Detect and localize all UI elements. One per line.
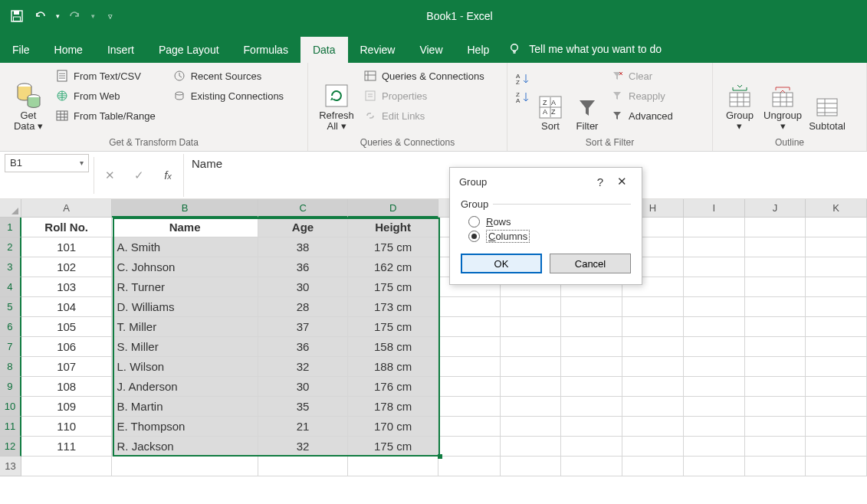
row-header-10[interactable]: 10 [0, 397, 21, 417]
selection-handle[interactable] [438, 454, 442, 459]
redo-dropdown[interactable]: ▾ [87, 5, 98, 27]
cell-d5[interactable]: 173 cm [348, 297, 438, 317]
cell-a1[interactable]: Roll No. [21, 218, 113, 237]
cell-j9[interactable] [745, 377, 806, 397]
cell-f10[interactable] [501, 397, 562, 417]
cell-g10[interactable] [561, 397, 622, 417]
cell-g8[interactable] [561, 357, 622, 377]
advanced-button[interactable]: Advanced [607, 107, 676, 124]
cell-k9[interactable] [806, 377, 867, 397]
col-header-j[interactable]: J [745, 199, 806, 218]
cell-i8[interactable] [684, 357, 745, 377]
cell-a13[interactable] [21, 457, 113, 476]
tab-home[interactable]: Home [42, 37, 95, 63]
redo-button[interactable] [64, 5, 86, 27]
row-header-6[interactable]: 6 [0, 317, 21, 337]
cell-b5[interactable]: D. Williams [112, 297, 258, 317]
cell-h6[interactable] [622, 317, 684, 337]
cell-i13[interactable] [684, 457, 745, 476]
cell-d9[interactable]: 176 cm [348, 377, 438, 397]
cell-d12[interactable]: 175 cm [348, 437, 438, 457]
cell-f6[interactable] [501, 317, 562, 337]
cell-b11[interactable]: E. Thompson [112, 417, 258, 437]
tab-insert[interactable]: Insert [95, 37, 146, 63]
cell-d13[interactable] [348, 457, 438, 476]
cell-d7[interactable]: 158 cm [348, 337, 438, 357]
cell-k12[interactable] [806, 437, 867, 457]
row-header-4[interactable]: 4 [0, 277, 21, 297]
existing-connections-button[interactable]: Existing Connections [169, 87, 287, 104]
cell-i1[interactable] [684, 218, 745, 237]
cell-c11[interactable]: 21 [258, 417, 349, 437]
cell-a6[interactable]: 105 [21, 317, 113, 337]
name-box-dropdown[interactable]: ▾ [80, 159, 84, 167]
cell-e13[interactable] [438, 457, 501, 476]
cell-h12[interactable] [622, 437, 684, 457]
cell-b3[interactable]: C. Johnson [112, 257, 258, 277]
cell-b12[interactable]: R. Jackson [112, 437, 258, 457]
cell-a2[interactable]: 101 [21, 237, 113, 257]
from-table-range-button[interactable]: From Table/Range [52, 107, 159, 124]
filter-button[interactable]: Filter [570, 67, 604, 133]
cell-f12[interactable] [501, 437, 562, 457]
col-header-d[interactable]: D [348, 199, 438, 218]
cell-g6[interactable] [561, 317, 622, 337]
row-header-7[interactable]: 7 [0, 337, 21, 357]
cell-a5[interactable]: 104 [21, 297, 113, 317]
col-header-a[interactable]: A [21, 199, 113, 218]
cell-b13[interactable] [112, 457, 258, 476]
cell-c9[interactable]: 30 [258, 377, 349, 397]
from-web-button[interactable]: From Web [52, 87, 159, 104]
tab-page-layout[interactable]: Page Layout [146, 37, 232, 63]
cell-j4[interactable] [745, 277, 806, 297]
cell-c10[interactable]: 35 [258, 397, 349, 417]
cell-b9[interactable]: J. Anderson [112, 377, 258, 397]
cell-d2[interactable]: 175 cm [348, 237, 438, 257]
recent-sources-button[interactable]: Recent Sources [169, 67, 287, 84]
cell-b8[interactable]: L. Wilson [112, 357, 258, 377]
cell-g9[interactable] [561, 377, 622, 397]
cell-j2[interactable] [745, 237, 806, 257]
row-header-9[interactable]: 9 [0, 377, 21, 397]
cell-j10[interactable] [745, 397, 806, 417]
cell-h13[interactable] [622, 457, 684, 476]
row-header-1[interactable]: 1 [0, 218, 21, 237]
cell-k3[interactable] [806, 257, 867, 277]
group-button[interactable]: Group▾ [721, 67, 759, 133]
cell-g5[interactable] [561, 297, 622, 317]
cell-e11[interactable] [438, 417, 501, 437]
sort-desc-button[interactable]: ZA [515, 90, 530, 104]
radio-rows[interactable]: Rows [468, 216, 631, 227]
cell-c7[interactable]: 36 [258, 337, 349, 357]
cell-d6[interactable]: 175 cm [348, 317, 438, 337]
cell-j8[interactable] [745, 357, 806, 377]
cell-k13[interactable] [806, 457, 867, 476]
row-header-13[interactable]: 13 [0, 457, 21, 476]
cell-g13[interactable] [561, 457, 622, 476]
sort-button[interactable]: ZAAZ Sort [534, 67, 567, 133]
subtotal-button[interactable]: Subtotal [806, 67, 848, 133]
ungroup-button[interactable]: Ungroup▾ [762, 67, 803, 133]
cell-h11[interactable] [622, 417, 684, 437]
refresh-all-button[interactable]: RefreshAll ▾ [316, 67, 357, 133]
cell-j6[interactable] [745, 317, 806, 337]
cell-k1[interactable] [806, 218, 867, 237]
cell-d8[interactable]: 188 cm [348, 357, 438, 377]
cell-i7[interactable] [684, 337, 745, 357]
cell-i10[interactable] [684, 397, 745, 417]
cell-f7[interactable] [501, 337, 562, 357]
cell-j7[interactable] [745, 337, 806, 357]
cell-e6[interactable] [438, 317, 501, 337]
cell-j13[interactable] [745, 457, 806, 476]
cell-k5[interactable] [806, 297, 867, 317]
get-data-button[interactable]: GetData ▾ [8, 67, 49, 133]
row-header-2[interactable]: 2 [0, 237, 21, 257]
cell-f5[interactable] [501, 297, 562, 317]
cell-k7[interactable] [806, 337, 867, 357]
cell-j1[interactable] [745, 218, 806, 237]
cell-k2[interactable] [806, 237, 867, 257]
cell-f9[interactable] [501, 377, 562, 397]
ok-button[interactable]: OK [461, 254, 542, 273]
cell-d1[interactable]: Height [348, 218, 438, 237]
dialog-help-button[interactable]: ? [589, 175, 611, 188]
